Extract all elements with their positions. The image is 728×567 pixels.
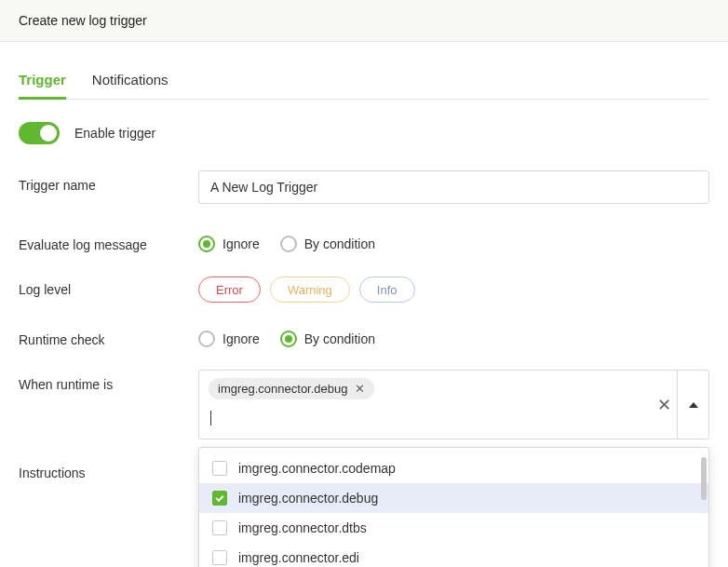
option-label: imgreg.connector.dtbs xyxy=(238,520,367,535)
runtime-check-condition-radio[interactable]: By condition xyxy=(280,331,375,347)
radio-label: By condition xyxy=(304,236,375,251)
runtime-option[interactable]: imgreg.connector.edi xyxy=(199,543,708,567)
toggle-knob xyxy=(40,125,57,142)
radio-label: Ignore xyxy=(222,331,260,346)
runtime-check-ignore-radio[interactable]: Ignore xyxy=(198,331,260,347)
tab-bar: Trigger Notifications xyxy=(19,64,709,100)
checkbox-icon xyxy=(212,461,227,476)
log-level-label: Log level xyxy=(19,275,198,297)
radio-label: Ignore xyxy=(222,236,260,251)
option-label: imgreg.connector.codemap xyxy=(238,461,396,476)
scrollbar-thumb[interactable] xyxy=(701,457,707,500)
checkbox-icon xyxy=(212,520,227,535)
when-runtime-row: When runtime is imgreg.connector.debug ✕… xyxy=(19,370,709,439)
runtime-check-row: Runtime check Ignore By condition xyxy=(19,325,709,347)
runtime-tag-input[interactable]: imgreg.connector.debug ✕ ✕ xyxy=(198,370,709,439)
instructions-label: Instructions xyxy=(19,458,198,480)
runtime-token: imgreg.connector.debug ✕ xyxy=(209,378,374,399)
chip-label: Info xyxy=(377,283,398,297)
evaluate-log-row: Evaluate log message Ignore By condition xyxy=(19,230,709,252)
trigger-name-label: Trigger name xyxy=(19,170,198,193)
page-header: Create new log trigger xyxy=(0,0,728,42)
clear-icon[interactable]: ✕ xyxy=(651,395,677,415)
runtime-dropdown: imgreg.connector.codemap imgreg.connecto… xyxy=(198,447,709,567)
trigger-name-input[interactable] xyxy=(198,170,709,204)
enable-trigger-label: Enable trigger xyxy=(74,126,155,141)
token-remove-icon[interactable]: ✕ xyxy=(355,383,365,395)
radio-icon xyxy=(280,236,297,252)
trigger-name-row: Trigger name xyxy=(19,170,709,204)
log-level-info-chip[interactable]: Info xyxy=(359,277,415,303)
radio-icon xyxy=(280,331,297,347)
runtime-option[interactable]: imgreg.connector.dtbs xyxy=(199,513,708,543)
dropdown-scrollbar[interactable] xyxy=(701,457,707,567)
runtime-option[interactable]: imgreg.connector.codemap xyxy=(199,453,708,483)
chip-label: Error xyxy=(216,283,243,297)
runtime-controls: ✕ xyxy=(651,371,708,439)
tab-notifications[interactable]: Notifications xyxy=(92,64,169,99)
text-caret xyxy=(210,411,211,425)
page-title: Create new log trigger xyxy=(19,13,147,28)
runtime-tag-area[interactable]: imgreg.connector.debug ✕ xyxy=(199,371,651,439)
tab-trigger[interactable]: Trigger xyxy=(19,64,66,99)
tab-label: Trigger xyxy=(19,72,66,88)
log-level-row: Log level Error Warning Info xyxy=(19,275,709,303)
option-label: imgreg.connector.debug xyxy=(238,491,378,506)
checkbox-icon xyxy=(212,550,227,565)
evaluate-log-condition-radio[interactable]: By condition xyxy=(280,236,375,252)
radio-icon xyxy=(198,236,215,252)
collapse-button[interactable] xyxy=(677,371,708,439)
evaluate-log-label: Evaluate log message xyxy=(19,230,198,252)
runtime-option[interactable]: imgreg.connector.debug xyxy=(199,483,708,513)
tab-label: Notifications xyxy=(92,72,169,88)
checkbox-icon xyxy=(212,491,227,506)
token-label: imgreg.connector.debug xyxy=(218,382,347,396)
content-area: Trigger Notifications Enable trigger Tri… xyxy=(0,42,728,480)
chip-label: Warning xyxy=(288,283,332,297)
when-runtime-label: When runtime is xyxy=(19,370,198,392)
enable-trigger-row: Enable trigger xyxy=(19,122,709,144)
radio-icon xyxy=(198,331,215,347)
log-level-error-chip[interactable]: Error xyxy=(198,277,261,303)
option-label: imgreg.connector.edi xyxy=(238,550,359,565)
evaluate-log-ignore-radio[interactable]: Ignore xyxy=(198,236,260,252)
radio-label: By condition xyxy=(304,331,375,346)
log-level-warning-chip[interactable]: Warning xyxy=(270,277,350,303)
enable-trigger-toggle[interactable] xyxy=(19,122,60,144)
runtime-check-label: Runtime check xyxy=(19,325,198,347)
chevron-up-icon xyxy=(689,402,698,408)
